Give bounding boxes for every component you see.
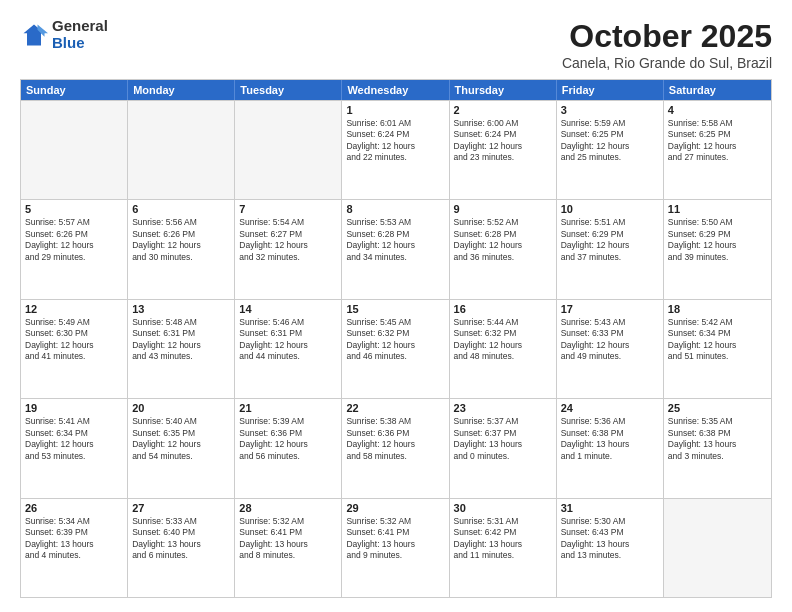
logo-icon	[20, 21, 48, 49]
calendar-cell: 22Sunrise: 5:38 AMSunset: 6:36 PMDayligh…	[342, 399, 449, 497]
logo-blue: Blue	[52, 35, 108, 52]
day-number: 5	[25, 203, 123, 215]
cell-line: and 43 minutes.	[132, 351, 230, 362]
cell-line: Sunrise: 5:51 AM	[561, 217, 659, 228]
cell-line: Sunset: 6:25 PM	[668, 129, 767, 140]
cell-line: and 27 minutes.	[668, 152, 767, 163]
cell-line: Daylight: 12 hours	[25, 439, 123, 450]
day-number: 20	[132, 402, 230, 414]
calendar-cell	[664, 499, 771, 597]
cell-line: Sunrise: 5:42 AM	[668, 317, 767, 328]
cell-line: Daylight: 12 hours	[561, 240, 659, 251]
day-number: 3	[561, 104, 659, 116]
calendar-cell: 26Sunrise: 5:34 AMSunset: 6:39 PMDayligh…	[21, 499, 128, 597]
cell-line: Sunrise: 6:00 AM	[454, 118, 552, 129]
cell-line: Sunrise: 5:40 AM	[132, 416, 230, 427]
calendar-cell: 10Sunrise: 5:51 AMSunset: 6:29 PMDayligh…	[557, 200, 664, 298]
calendar-cell: 13Sunrise: 5:48 AMSunset: 6:31 PMDayligh…	[128, 300, 235, 398]
cell-line: Sunset: 6:41 PM	[346, 527, 444, 538]
day-number: 15	[346, 303, 444, 315]
day-number: 24	[561, 402, 659, 414]
calendar-cell: 6Sunrise: 5:56 AMSunset: 6:26 PMDaylight…	[128, 200, 235, 298]
cell-line: Sunrise: 5:30 AM	[561, 516, 659, 527]
cell-line: Sunrise: 5:44 AM	[454, 317, 552, 328]
calendar-cell: 29Sunrise: 5:32 AMSunset: 6:41 PMDayligh…	[342, 499, 449, 597]
cell-line: Sunset: 6:37 PM	[454, 428, 552, 439]
cell-line: Sunrise: 5:34 AM	[25, 516, 123, 527]
calendar-body: 1Sunrise: 6:01 AMSunset: 6:24 PMDaylight…	[21, 100, 771, 597]
day-number: 19	[25, 402, 123, 414]
cell-line: Sunset: 6:30 PM	[25, 328, 123, 339]
calendar-cell: 20Sunrise: 5:40 AMSunset: 6:35 PMDayligh…	[128, 399, 235, 497]
cell-line: and 51 minutes.	[668, 351, 767, 362]
cell-line: Daylight: 12 hours	[132, 439, 230, 450]
cell-line: Sunrise: 5:37 AM	[454, 416, 552, 427]
calendar-week: 19Sunrise: 5:41 AMSunset: 6:34 PMDayligh…	[21, 398, 771, 497]
cell-line: Daylight: 13 hours	[239, 539, 337, 550]
calendar-cell: 5Sunrise: 5:57 AMSunset: 6:26 PMDaylight…	[21, 200, 128, 298]
day-number: 13	[132, 303, 230, 315]
cell-line: Sunset: 6:29 PM	[561, 229, 659, 240]
calendar-header-cell: Saturday	[664, 80, 771, 100]
cell-line: and 11 minutes.	[454, 550, 552, 561]
cell-line: Daylight: 13 hours	[561, 539, 659, 550]
calendar-cell: 23Sunrise: 5:37 AMSunset: 6:37 PMDayligh…	[450, 399, 557, 497]
cell-line: Daylight: 13 hours	[25, 539, 123, 550]
cell-line: Sunset: 6:43 PM	[561, 527, 659, 538]
cell-line: and 39 minutes.	[668, 252, 767, 263]
calendar-header-cell: Friday	[557, 80, 664, 100]
cell-line: Sunrise: 6:01 AM	[346, 118, 444, 129]
calendar-header-cell: Monday	[128, 80, 235, 100]
calendar-cell: 30Sunrise: 5:31 AMSunset: 6:42 PMDayligh…	[450, 499, 557, 597]
cell-line: and 34 minutes.	[346, 252, 444, 263]
calendar-cell: 18Sunrise: 5:42 AMSunset: 6:34 PMDayligh…	[664, 300, 771, 398]
calendar-cell: 14Sunrise: 5:46 AMSunset: 6:31 PMDayligh…	[235, 300, 342, 398]
cell-line: Sunset: 6:33 PM	[561, 328, 659, 339]
cell-line: and 36 minutes.	[454, 252, 552, 263]
day-number: 18	[668, 303, 767, 315]
calendar-cell: 12Sunrise: 5:49 AMSunset: 6:30 PMDayligh…	[21, 300, 128, 398]
cell-line: and 29 minutes.	[25, 252, 123, 263]
cell-line: Daylight: 13 hours	[454, 539, 552, 550]
cell-line: Daylight: 12 hours	[668, 240, 767, 251]
calendar-cell: 11Sunrise: 5:50 AMSunset: 6:29 PMDayligh…	[664, 200, 771, 298]
cell-line: Sunrise: 5:36 AM	[561, 416, 659, 427]
cell-line: and 4 minutes.	[25, 550, 123, 561]
calendar-cell: 24Sunrise: 5:36 AMSunset: 6:38 PMDayligh…	[557, 399, 664, 497]
calendar-week: 5Sunrise: 5:57 AMSunset: 6:26 PMDaylight…	[21, 199, 771, 298]
cell-line: and 44 minutes.	[239, 351, 337, 362]
calendar-header-row: SundayMondayTuesdayWednesdayThursdayFrid…	[21, 80, 771, 100]
calendar-cell: 17Sunrise: 5:43 AMSunset: 6:33 PMDayligh…	[557, 300, 664, 398]
day-number: 23	[454, 402, 552, 414]
calendar-subtitle: Canela, Rio Grande do Sul, Brazil	[562, 55, 772, 71]
calendar: SundayMondayTuesdayWednesdayThursdayFrid…	[20, 79, 772, 598]
day-number: 27	[132, 502, 230, 514]
cell-line: and 8 minutes.	[239, 550, 337, 561]
cell-line: Sunrise: 5:54 AM	[239, 217, 337, 228]
cell-line: Sunrise: 5:56 AM	[132, 217, 230, 228]
cell-line: Sunset: 6:28 PM	[346, 229, 444, 240]
calendar-cell: 21Sunrise: 5:39 AMSunset: 6:36 PMDayligh…	[235, 399, 342, 497]
day-number: 8	[346, 203, 444, 215]
cell-line: Daylight: 12 hours	[454, 141, 552, 152]
cell-line: Sunset: 6:34 PM	[668, 328, 767, 339]
calendar-cell: 28Sunrise: 5:32 AMSunset: 6:41 PMDayligh…	[235, 499, 342, 597]
day-number: 26	[25, 502, 123, 514]
day-number: 22	[346, 402, 444, 414]
cell-line: Sunrise: 5:48 AM	[132, 317, 230, 328]
day-number: 7	[239, 203, 337, 215]
cell-line: Daylight: 12 hours	[454, 240, 552, 251]
calendar-header-cell: Wednesday	[342, 80, 449, 100]
calendar-cell	[21, 101, 128, 199]
day-number: 9	[454, 203, 552, 215]
cell-line: Sunset: 6:41 PM	[239, 527, 337, 538]
cell-line: Daylight: 13 hours	[668, 439, 767, 450]
cell-line: Daylight: 12 hours	[239, 240, 337, 251]
cell-line: Daylight: 12 hours	[239, 439, 337, 450]
cell-line: Sunset: 6:27 PM	[239, 229, 337, 240]
cell-line: Daylight: 12 hours	[668, 141, 767, 152]
cell-line: Daylight: 12 hours	[668, 340, 767, 351]
day-number: 6	[132, 203, 230, 215]
cell-line: Sunrise: 5:58 AM	[668, 118, 767, 129]
calendar-cell	[235, 101, 342, 199]
